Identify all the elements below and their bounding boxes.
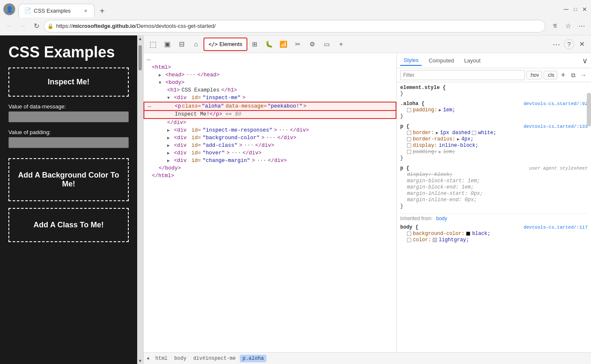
bg-color-checkbox[interactable]	[407, 232, 411, 236]
p-selected-line[interactable]: ⋯ <p class="aloha" data-message="peekabo…	[144, 102, 396, 111]
h1-line[interactable]: <h1>CSS Examples</h1>	[144, 86, 396, 94]
bg-color-prop: background-color: black;	[407, 231, 588, 237]
inspect-me-box[interactable]: Inspect Me!	[8, 67, 129, 97]
scroll-thumb[interactable]	[138, 45, 142, 70]
more-tools-button[interactable]: +	[334, 38, 348, 51]
breadcrumb-div-inspect-me[interactable]: div#inspect-me	[191, 355, 239, 362]
display-checkbox[interactable]	[407, 143, 411, 148]
add-class-div-line[interactable]: ▶ <div id="add-class">···</div>	[144, 142, 396, 149]
change-margin-div-line[interactable]: ▶ <div id="change-margin">···</div>	[144, 157, 396, 164]
close-window-button[interactable]: ✕	[582, 6, 588, 12]
console-button[interactable]: ⊞	[248, 38, 262, 51]
memory-button[interactable]: ⚙	[306, 38, 319, 51]
read-aloud-button[interactable]: 𝔄	[549, 20, 561, 32]
hover-div-line[interactable]: ▶ <div id="hover">···</div>	[144, 149, 396, 157]
three-dots-icon[interactable]: ⋯	[147, 56, 150, 63]
window-controls: ─ □ ✕	[563, 6, 588, 12]
favorites-button[interactable]: ☆	[562, 20, 574, 32]
styles-panel: Styles Computed Layout ∨ :hov .cls + ⧉ →	[397, 53, 591, 352]
scroll-down-arrow[interactable]: ▼	[138, 359, 142, 363]
aloha-close: }	[400, 113, 588, 119]
add-class-box[interactable]: Add A Class To Me!	[8, 208, 129, 242]
hov-button[interactable]: :hov	[526, 71, 542, 79]
devtools-close-button[interactable]: ✕	[575, 38, 588, 51]
add-tab-button[interactable]: +	[96, 5, 108, 17]
elements-tab[interactable]: </> Elements	[203, 38, 247, 51]
p-source[interactable]: devtools-cs…tarted/:133	[523, 124, 588, 129]
aloha-body: padding: ▶ 1em;	[400, 107, 588, 113]
border-radius-checkbox[interactable]	[407, 137, 411, 141]
new-style-rule-button[interactable]: ⧉	[569, 71, 577, 79]
back-button[interactable]: ←	[3, 20, 15, 32]
maximize-button[interactable]: □	[572, 6, 578, 12]
breadcrumb-up-arrow[interactable]: ▲	[147, 356, 149, 361]
data-message-input[interactable]	[8, 111, 129, 122]
aloha-padding-prop: padding: ▶ 1em;	[407, 107, 588, 113]
application-button[interactable]: ▭	[320, 38, 333, 51]
forward-button[interactable]: →	[17, 20, 29, 32]
body-source[interactable]: devtools-cs…tarted/:117	[523, 225, 588, 230]
border-radius-triangle[interactable]: ▶	[457, 137, 460, 142]
inspect-me-triangle[interactable]: ▼	[167, 96, 172, 100]
padding-input[interactable]	[8, 137, 129, 148]
inspect-element-button[interactable]: ⬚	[146, 38, 160, 51]
sidebar-toggle-button[interactable]: ⊟	[175, 38, 188, 51]
three-dots-left: ⋯	[148, 103, 151, 110]
responses-div-line[interactable]: ▶ <div id="inspect-me-responses">···</di…	[144, 127, 396, 134]
body-open-line[interactable]: ▼ <body>	[144, 79, 396, 86]
head-triangle[interactable]: ▶	[159, 73, 164, 78]
styles-tab[interactable]: Styles	[400, 55, 422, 66]
breadcrumb-html[interactable]: html	[153, 355, 170, 362]
network-button[interactable]: 📶	[277, 38, 290, 51]
breadcrumb-body[interactable]: body	[172, 355, 189, 362]
aloha-source[interactable]: devtools-cs…started/:92	[523, 101, 588, 106]
address-bar[interactable]: https://microsoftedge.github.io/Demos/de…	[44, 20, 545, 32]
bg-color-box[interactable]: Add A Background Color To Me!	[8, 158, 129, 201]
tab-close-icon[interactable]: ×	[82, 7, 89, 14]
border-checkbox[interactable]	[407, 131, 411, 135]
bg-color-div-line[interactable]: ▶ <div id="background-color">···</div>	[144, 134, 396, 142]
sources-button[interactable]: 🐛	[263, 38, 276, 51]
toggle-element-state-button[interactable]: →	[579, 71, 588, 79]
computed-tab[interactable]: Computed	[425, 56, 457, 65]
p-text-line[interactable]: Inspect Me!</p> == $0	[144, 111, 396, 119]
webpage-scrollbar[interactable]: ▲ ▼	[137, 35, 143, 364]
inherited-from-element[interactable]: body	[436, 216, 447, 221]
display-prop: display: inline-block;	[407, 143, 588, 148]
body-close-line[interactable]: </body>	[144, 164, 396, 172]
active-tab[interactable]: 📄 CSS Examples ×	[19, 4, 95, 17]
filter-input[interactable]	[400, 70, 525, 80]
prop-checkbox[interactable]	[407, 108, 411, 112]
border-triangle[interactable]: ▶	[436, 130, 438, 135]
padding-strikethrough-triangle[interactable]: ▶	[439, 149, 442, 154]
body-triangle[interactable]: ▼	[159, 81, 164, 85]
cls-button[interactable]: .cls	[544, 71, 557, 79]
main-area: CSS Examples Inspect Me! Value of data-m…	[0, 35, 591, 364]
html-close-line[interactable]: </html>	[144, 172, 396, 180]
color-checkbox[interactable]	[407, 238, 411, 242]
styles-content: element.style { } .aloha { devtools-cs…s…	[397, 82, 591, 352]
devtools-more-button[interactable]: ⋯	[550, 38, 563, 51]
device-emulation-button[interactable]: ▣	[160, 38, 174, 51]
breadcrumb-p-aloha[interactable]: p.aloha	[240, 355, 266, 362]
add-style-button[interactable]: +	[559, 71, 567, 79]
performance-button[interactable]: ✂	[291, 38, 305, 51]
body-selector-row: body { devtools-cs…tarted/:117	[400, 224, 588, 230]
triangle-small[interactable]: ▶	[439, 108, 442, 113]
head-line[interactable]: ▶ <head>···</head>	[144, 71, 396, 79]
scroll-up-arrow[interactable]: ▲	[138, 36, 142, 41]
minimize-button[interactable]: ─	[563, 6, 569, 12]
devtools-help-button[interactable]: ?	[564, 39, 574, 49]
padding-strikethrough-checkbox[interactable]	[407, 150, 411, 154]
html-tag-line[interactable]: <html>	[144, 64, 396, 71]
url-path: /Demos/devtools-css-get-started/	[135, 23, 216, 29]
address-bar-wrapper: 🔒 https://microsoftedge.github.io/Demos/…	[44, 20, 545, 32]
inspect-me-close-line[interactable]: </div>	[144, 119, 396, 127]
layout-tab[interactable]: Layout	[461, 56, 484, 65]
more-button[interactable]: ⋯	[576, 20, 588, 32]
styles-scrollbar[interactable]	[587, 93, 591, 127]
home-button[interactable]: ⌂	[189, 38, 203, 51]
inspect-me-div-line[interactable]: ▼ <div id="inspect-me">	[144, 94, 396, 102]
refresh-button[interactable]: ↻	[30, 20, 42, 32]
styles-more-button[interactable]: ∨	[582, 56, 588, 65]
